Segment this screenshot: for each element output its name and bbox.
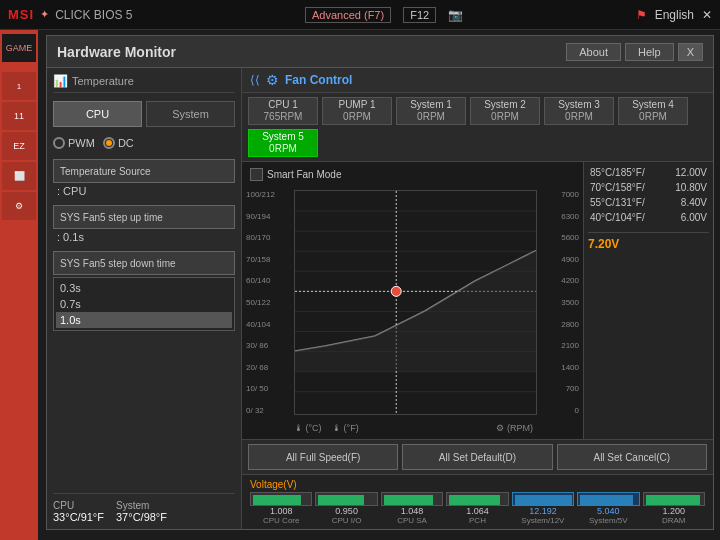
temperature-label: Temperature xyxy=(72,75,134,87)
y-right-5: 3500 xyxy=(561,298,579,307)
volt-bar-cpu-sa xyxy=(381,492,443,506)
hw-title: Hardware Monitor xyxy=(57,44,176,60)
volt-bar-fill-cpu-io xyxy=(318,495,363,505)
dc-radio-outer xyxy=(103,137,115,149)
step-down-list: 0.3s 0.7s 1.0s xyxy=(53,277,235,331)
fan-sys2-rpm: 0RPM xyxy=(491,111,519,123)
smart-fan-row: Smart Fan Mode xyxy=(250,168,341,181)
all-set-cancel-button[interactable]: All Set Cancel(C) xyxy=(557,444,707,470)
volt-item-sys5v: 5.040 System/5V xyxy=(577,492,639,525)
chart-section: Smart Fan Mode 100/212 90/194 80/170 70/… xyxy=(242,162,583,439)
fan-rpm-row: CPU 1 765RPM PUMP 1 0RPM System 1 0RPM S… xyxy=(242,93,713,162)
system-temp-value: 37°C/98°F xyxy=(116,511,167,523)
language-label[interactable]: English xyxy=(655,8,694,22)
volt-item-cpu-io: 0.950 CPU I/O xyxy=(315,492,377,525)
fahrenheit-label: 🌡 (°F) xyxy=(332,423,359,433)
volt-value-cpu-sa: 1.048 xyxy=(401,506,424,516)
fan-btn-sys5[interactable]: System 5 0RPM xyxy=(248,129,318,157)
volt-bar-fill-pch xyxy=(449,495,500,505)
all-set-default-button[interactable]: All Set Default(D) xyxy=(402,444,552,470)
sidebar-item-2[interactable]: 11 xyxy=(2,102,36,130)
hw-body: 📊 Temperature CPU System PWM xyxy=(47,68,713,529)
volt-bar-dram xyxy=(643,492,705,506)
volt-bar-sys12v xyxy=(512,492,574,506)
dc-radio-label[interactable]: DC xyxy=(103,137,134,149)
volt-label-sys12v: System/12V xyxy=(521,516,564,525)
action-buttons: All Full Speed(F) All Set Default(D) All… xyxy=(242,439,713,474)
volt-side-85: 85°C/185°F/ 12.00V xyxy=(588,166,709,179)
step-item-1[interactable]: 0.7s xyxy=(56,296,232,312)
volt-item-pch: 1.064 PCH xyxy=(446,492,508,525)
sidebar-item-ez[interactable]: EZ xyxy=(2,132,36,160)
sidebar-item-1[interactable]: 1 xyxy=(2,72,36,100)
svg-point-12 xyxy=(391,286,401,296)
temp-source-value: : CPU xyxy=(53,183,235,199)
fan-sys3-name: System 3 xyxy=(558,99,600,111)
close-icon[interactable]: ✕ xyxy=(702,8,712,22)
help-button[interactable]: Help xyxy=(625,43,674,61)
svg-marker-13 xyxy=(295,221,536,371)
voltage-title: Voltage(V) xyxy=(250,479,705,490)
volt-bar-fill-cpu-core xyxy=(253,495,301,505)
volt-value-pch: 1.064 xyxy=(466,506,489,516)
volt-item-cpu-core: 1.008 CPU Core xyxy=(250,492,312,525)
all-full-speed-button[interactable]: All Full Speed(F) xyxy=(248,444,398,470)
system-temp-reading: System 37°C/98°F xyxy=(116,500,167,523)
bottom-temps: CPU 33°C/91°F System 37°C/98°F xyxy=(53,493,235,523)
fan-btn-cpu1[interactable]: CPU 1 765RPM xyxy=(248,97,318,125)
step-down-button[interactable]: SYS Fan5 step down time xyxy=(53,251,235,275)
top-bar-right: ⚑ English ✕ xyxy=(636,8,712,22)
y-right-4: 4200 xyxy=(561,276,579,285)
sidebar-item-oc[interactable]: ⬜ xyxy=(2,162,36,190)
hw-window: Hardware Monitor About Help X 📊 Temperat… xyxy=(46,35,714,530)
sidebar-item-settings[interactable]: ⚙ xyxy=(2,192,36,220)
volt-bar-sys5v xyxy=(577,492,639,506)
fan-btn-sys3[interactable]: System 3 0RPM xyxy=(544,97,614,125)
temp-source-button[interactable]: Temperature Source xyxy=(53,159,235,183)
pwm-radio-outer xyxy=(53,137,65,149)
volt-side-40-label: 40°C/104°F/ xyxy=(590,212,645,223)
fan-btn-sys1[interactable]: System 1 0RPM xyxy=(396,97,466,125)
system-tab[interactable]: System xyxy=(146,101,235,127)
fan-sys4-rpm: 0RPM xyxy=(639,111,667,123)
step-item-0[interactable]: 0.3s xyxy=(56,280,232,296)
advanced-f7-button[interactable]: Advanced (F7) xyxy=(305,7,391,23)
volt-bar-fill-sys5v xyxy=(580,495,633,505)
fan-sys5-name: System 5 xyxy=(262,131,304,143)
screenshot-icon[interactable]: 📷 xyxy=(448,8,463,22)
volt-label-cpu-sa: CPU SA xyxy=(397,516,427,525)
volt-current-value: 7.20V xyxy=(588,237,619,251)
rpm-icon: ⚙ xyxy=(496,423,504,433)
chart-canvas xyxy=(294,190,537,415)
about-button[interactable]: About xyxy=(566,43,621,61)
y-label-8: 20/ 68 xyxy=(246,363,290,372)
cpu-tab[interactable]: CPU xyxy=(53,101,142,127)
step-item-2[interactable]: 1.0s xyxy=(56,312,232,328)
pwm-radio-label[interactable]: PWM xyxy=(53,137,95,149)
temperature-icon: 📊 xyxy=(53,74,68,88)
smart-fan-checkbox[interactable] xyxy=(250,168,263,181)
sidebar-item-game[interactable]: GAME xyxy=(2,34,36,62)
step-up-button[interactable]: SYS Fan5 step up time xyxy=(53,205,235,229)
volt-bar-cpu-core xyxy=(250,492,312,506)
fan-btn-sys4[interactable]: System 4 0RPM xyxy=(618,97,688,125)
y-label-9: 10/ 50 xyxy=(246,384,290,393)
y-right-8: 1400 xyxy=(561,363,579,372)
volt-label-dram: DRAM xyxy=(662,516,686,525)
close-button[interactable]: X xyxy=(678,43,703,61)
step-up-value: : 0.1s xyxy=(53,229,235,245)
fan-sys1-name: System 1 xyxy=(410,99,452,111)
y-right-9: 700 xyxy=(566,384,579,393)
volt-side-85-label: 85°C/185°F/ xyxy=(590,167,645,178)
volt-side-55-label: 55°C/131°F/ xyxy=(590,197,645,208)
fan-btn-pump1[interactable]: PUMP 1 0RPM xyxy=(322,97,392,125)
fan-control-title: Fan Control xyxy=(285,73,352,87)
volt-bar-fill-cpu-sa xyxy=(384,495,434,505)
fan-arrow-icon: ⟨⟨ xyxy=(250,73,260,87)
volt-bar-pch xyxy=(446,492,508,506)
voltage-bars-row: 1.008 CPU Core 0.950 CPU I/O xyxy=(250,492,705,525)
fan-btn-sys2[interactable]: System 2 0RPM xyxy=(470,97,540,125)
f12-button[interactable]: F12 xyxy=(403,7,436,23)
dc-radio-selected xyxy=(106,140,112,146)
volt-item-sys12v: 12.192 System/12V xyxy=(512,492,574,525)
